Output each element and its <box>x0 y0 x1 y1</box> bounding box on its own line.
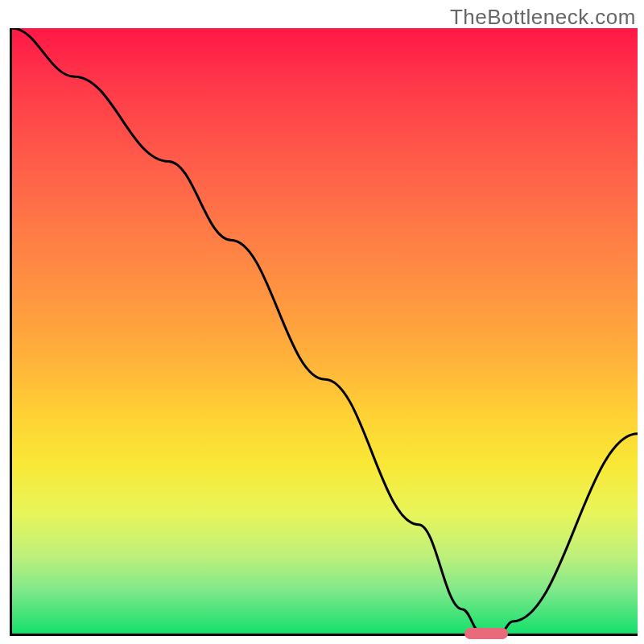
curve-svg <box>12 28 638 634</box>
watermark-text: TheBottleneck.com <box>450 5 636 30</box>
bottleneck-curve-path <box>12 28 638 634</box>
chart-container: TheBottleneck.com <box>0 0 644 644</box>
optimal-marker <box>464 628 509 639</box>
plot-area <box>10 28 638 636</box>
